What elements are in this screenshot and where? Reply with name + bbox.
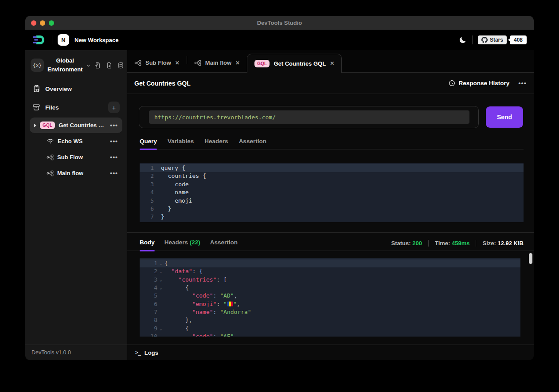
github-icon — [481, 37, 488, 43]
environment-database-button[interactable] — [117, 62, 124, 69]
response-line: 7 "name": "Andorra" — [140, 308, 520, 316]
meta-label: Time: — [435, 240, 452, 247]
andorra-flag-emoji — [227, 302, 233, 306]
chevron-down-icon[interactable] — [86, 63, 91, 68]
line-code: { — [164, 284, 189, 292]
more-options-icon[interactable]: ••• — [518, 79, 527, 87]
github-stars-widget[interactable]: Stars 408 — [478, 35, 527, 44]
workspace-name[interactable]: New Workspace — [74, 37, 118, 43]
line-number: 7 — [140, 213, 154, 221]
response-body-viewer[interactable]: 1⌄{2⌄ "data": {3⌄ "countries": [4⌄ {5 "c… — [140, 258, 520, 337]
line-code: name — [161, 188, 189, 196]
file-tree-item-main-flow[interactable]: Main flow••• — [30, 165, 122, 181]
environment-name[interactable]: Global Environment — [47, 56, 82, 74]
response-scrollbar[interactable] — [529, 253, 532, 264]
response-history-button[interactable]: Response History — [449, 80, 509, 86]
file-options-icon[interactable]: ••• — [110, 138, 118, 145]
environment-header: {x} Global Environment — [25, 50, 127, 79]
header-divider — [52, 35, 52, 44]
send-button[interactable]: Send — [486, 106, 523, 128]
environment-variables-icon[interactable]: {x} — [31, 59, 44, 72]
fold-chevron-icon[interactable]: ⌄ — [157, 276, 164, 284]
clock-icon — [449, 80, 455, 86]
line-number: 3 — [140, 180, 154, 188]
line-number: 3 — [140, 276, 157, 284]
sidebar-nav: Overview Files + — [25, 79, 127, 117]
meta-value: 12.92 KiB — [497, 240, 524, 247]
fold-chevron-icon[interactable]: ⌄ — [157, 325, 164, 333]
file-options-icon[interactable]: ••• — [110, 122, 118, 129]
editor-line: 7} — [140, 213, 524, 221]
line-code: "data": { — [164, 267, 203, 275]
tab-main-flow[interactable]: Main flow✕ — [187, 53, 247, 72]
line-code: } — [161, 205, 171, 213]
line-code: }, — [164, 316, 192, 324]
line-number: 2 — [140, 267, 157, 275]
meta-divider — [476, 240, 476, 247]
line-code: code — [161, 180, 189, 188]
line-number: 6 — [140, 205, 154, 213]
fold-chevron-icon[interactable]: ⌄ — [157, 259, 164, 267]
file-import-icon — [94, 62, 101, 69]
sidebar-item-label: Files — [45, 104, 59, 111]
wifi-icon — [47, 137, 54, 145]
theme-toggle-button[interactable] — [458, 36, 467, 44]
file-tree-item-get-countries[interactable]: GQLGet Countries …••• — [30, 118, 122, 133]
workspace-avatar[interactable]: N — [58, 34, 69, 46]
caret-right-icon — [34, 124, 36, 127]
line-code: "name": "Andorra" — [164, 308, 251, 316]
line-number: 9 — [140, 325, 157, 333]
github-stars-button[interactable]: Stars — [478, 35, 507, 44]
sidebar: {x} Global Environment — [25, 50, 127, 360]
editor-line: 1query { — [140, 164, 524, 172]
line-code: query { — [161, 164, 185, 172]
sidebar-item-label: Overview — [45, 86, 72, 92]
response-status: Status: 200 — [391, 240, 422, 247]
line-number: 8 — [140, 316, 157, 324]
response-line: 2⌄ "data": { — [140, 267, 520, 275]
file-tree-item-sub-flow[interactable]: Sub Flow••• — [30, 149, 122, 165]
tab-close-icon[interactable]: ✕ — [175, 60, 180, 66]
sidebar-item-overview[interactable]: Overview — [25, 79, 127, 98]
tab-close-icon[interactable]: ✕ — [235, 60, 240, 66]
request-tab-headers[interactable]: Headers — [204, 138, 228, 149]
file-tree-item-echo-ws[interactable]: Echo WS••• — [30, 133, 122, 149]
response-line: 1⌄{ — [140, 259, 520, 267]
response-tab-assertion[interactable]: Assertion — [210, 239, 238, 251]
meta-label: Size: — [482, 240, 497, 247]
add-file-button[interactable]: + — [108, 102, 120, 113]
response-line: 4⌄ { — [140, 284, 520, 292]
app-header: N New Workspace Stars 408 — [25, 30, 534, 50]
logs-toggle[interactable]: >_ Logs — [127, 345, 534, 360]
response-tabs: BodyHeaders (22)Assertion — [140, 233, 238, 251]
response-tab-label: Headers — [164, 239, 190, 246]
sidebar-item-files[interactable]: Files + — [25, 98, 127, 117]
response-line: 3⌄ "countries": [ — [140, 276, 520, 284]
files-icon — [32, 103, 40, 111]
file-options-icon[interactable]: ••• — [110, 154, 118, 161]
editor-tabstrip: Sub Flow✕Main flow✕GQLGet Countries GQL✕ — [127, 50, 534, 73]
file-options-icon[interactable]: ••• — [110, 170, 118, 177]
meta-label: Status: — [391, 240, 413, 247]
url-input[interactable] — [149, 110, 469, 124]
request-tab-query[interactable]: Query — [140, 138, 157, 149]
response-tab-headers[interactable]: Headers (22) — [164, 239, 200, 251]
tab-sub-flow[interactable]: Sub Flow✕ — [127, 53, 187, 72]
tab-close-icon[interactable]: ✕ — [330, 60, 334, 67]
tab-get-countries-gql[interactable]: GQLGet Countries GQL✕ — [247, 54, 342, 73]
github-star-count[interactable]: 408 — [510, 35, 527, 44]
line-number: 1 — [140, 164, 154, 172]
export-environment-button[interactable] — [106, 62, 113, 69]
import-environment-button[interactable] — [94, 62, 101, 69]
line-code: "code": "AE", — [164, 333, 237, 336]
fold-chevron-icon[interactable]: ⌄ — [157, 267, 164, 275]
response-tab-body[interactable]: Body — [140, 239, 155, 251]
fold-chevron-icon[interactable]: ⌄ — [157, 284, 164, 292]
line-number: 6 — [140, 300, 157, 308]
fold-chevron-icon — [157, 300, 164, 308]
query-editor[interactable]: 1query {2 countries {3 code4 name5 emoji… — [140, 163, 524, 222]
request-tab-assertion[interactable]: Assertion — [239, 138, 266, 149]
request-tab-variables[interactable]: Variables — [168, 138, 194, 149]
main-content: Sub Flow✕Main flow✕GQLGet Countries GQL✕… — [127, 50, 534, 360]
line-code: "countries": [ — [164, 276, 227, 284]
